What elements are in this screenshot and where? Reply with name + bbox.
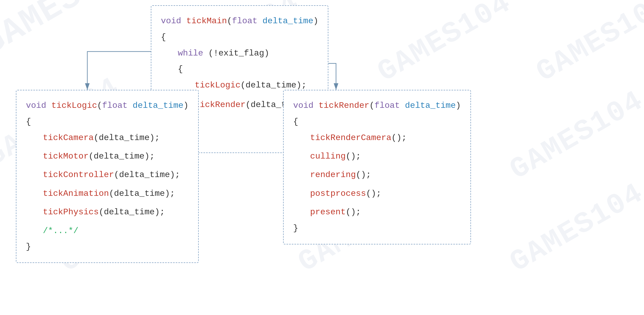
tickmain-line-while: while (!exit_flag) [161, 45, 318, 62]
tickrender-present: present(); [293, 204, 461, 220]
tickrender-camera: tickRenderCamera(); [293, 130, 461, 146]
watermark-3: GAMES104 [372, 0, 517, 89]
watermark-1: GAMES104 [0, 0, 145, 64]
tickrender-close: } [293, 220, 461, 237]
ticklogic-controller: tickController(delta_time); [26, 167, 189, 183]
spacer [293, 146, 461, 149]
ticklogic-close: } [26, 239, 189, 255]
tickrender-open: { [293, 114, 461, 130]
ticklogic-comment: /*...*/ [26, 223, 189, 239]
tickmain-line-brace1: { [161, 61, 318, 77]
watermark-4: GAMES104 [531, 0, 644, 89]
ticklogic-title: void tickLogic(float delta_time) [26, 98, 189, 114]
tickrender-culling: culling(); [293, 149, 461, 165]
ticklogic-camera: tickCamera(delta_time); [26, 130, 189, 146]
spacer [26, 183, 189, 186]
spacer [293, 183, 461, 186]
spacer [26, 202, 189, 205]
ticklogic-motor: tickMotor(delta_time); [26, 149, 189, 165]
tickmain-title: void tickMain(float delta_time) [161, 13, 318, 29]
ticklogic-physics: tickPhysics(delta_time); [26, 204, 189, 220]
spacer [26, 146, 189, 149]
tickrender-rendering: rendering(); [293, 167, 461, 183]
watermark-11: GAMES104 [504, 177, 644, 279]
spacer [293, 202, 461, 205]
spacer [293, 165, 461, 167]
spacer [26, 220, 189, 223]
watermark-8: GAMES104 [504, 84, 644, 187]
tickrender-title: void tickRender(float delta_time) [293, 98, 461, 114]
ticklogic-animation: tickAnimation(delta_time); [26, 186, 189, 202]
tickrender-box: void tickRender(float delta_time) { tick… [283, 90, 471, 244]
tickrender-postprocess: postprocess(); [293, 186, 461, 202]
tickmain-line-open: { [161, 29, 318, 45]
ticklogic-open: { [26, 114, 189, 130]
spacer [26, 165, 189, 167]
ticklogic-box: void tickLogic(float delta_time) { tickC… [16, 90, 199, 263]
